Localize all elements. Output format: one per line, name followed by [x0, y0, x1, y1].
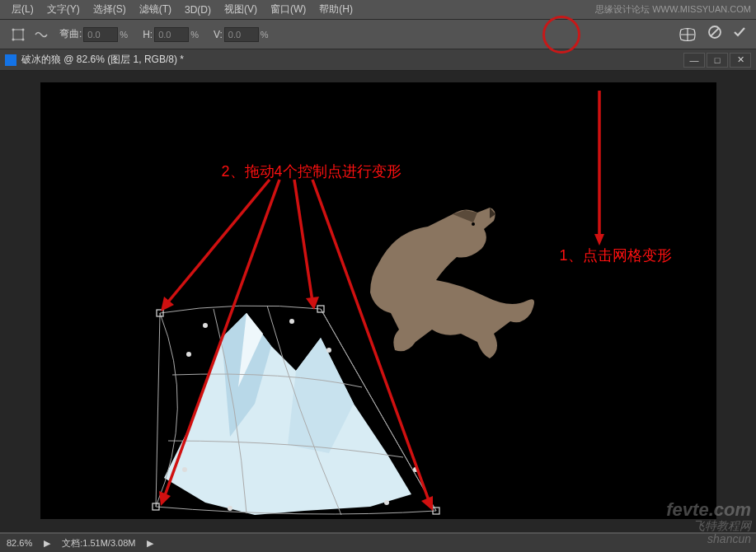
canvas[interactable]: 2、拖动4个控制点进行变形 1、点击网格变形 [40, 82, 716, 519]
svg-marker-29 [306, 297, 319, 310]
h-field[interactable] [154, 27, 189, 42]
svg-rect-0 [13, 30, 23, 40]
cancel-transform-icon[interactable] [705, 25, 725, 44]
options-bar: 弯曲: % H: % V: % [0, 20, 756, 49]
maximize-button[interactable]: □ [707, 53, 728, 68]
bend-pct: % [120, 30, 128, 40]
svg-line-30 [164, 180, 279, 498]
zoom-level[interactable]: 82.6% [7, 538, 32, 548]
h-pct: % [190, 30, 199, 40]
v-field[interactable] [224, 27, 259, 42]
annotation-circle [542, 16, 580, 54]
canvas-area: 2、拖动4个控制点进行变形 1、点击网格变形 [0, 71, 756, 532]
document-tab-bar: 破冰的狼 @ 82.6% (图层 1, RGB/8) * — □ ✕ [0, 49, 756, 71]
chevron-right-icon[interactable]: ▶ [147, 538, 153, 549]
menu-bar: 层(L) 文字(Y) 选择(S) 滤镜(T) 3D(D) 视图(V) 窗口(W)… [0, 0, 756, 20]
minimize-button[interactable]: — [683, 53, 705, 68]
svg-point-2 [22, 28, 25, 30]
annotation-step1: 1、点击网格变形 [560, 246, 672, 265]
svg-line-28 [294, 180, 312, 302]
menu-3d[interactable]: 3D(D) [178, 4, 218, 16]
svg-point-3 [12, 38, 15, 40]
annotation-arrow [40, 82, 716, 519]
doc-size: 文档:1.51M/3.08M [62, 537, 135, 550]
h-label: H: [143, 29, 153, 40]
annotation-step2: 2、拖动4个控制点进行变形 [222, 161, 401, 181]
warp-preset-icon[interactable] [33, 26, 49, 43]
commit-transform-icon[interactable] [730, 25, 749, 44]
svg-point-4 [22, 38, 25, 40]
photoshop-icon [5, 54, 16, 66]
menu-window[interactable]: 窗口(W) [264, 2, 312, 16]
chevron-right-icon[interactable]: ▶ [44, 538, 50, 549]
bend-field[interactable] [83, 27, 118, 42]
svg-point-1 [12, 28, 15, 30]
menu-help[interactable]: 帮助(H) [312, 2, 359, 16]
v-pct: % [261, 30, 269, 40]
close-button[interactable]: ✕ [730, 53, 751, 68]
menu-filter[interactable]: 滤镜(T) [133, 2, 178, 16]
window-controls: — □ ✕ [683, 53, 751, 68]
document-title: 破冰的狼 @ 82.6% (图层 1, RGB/8) * [21, 53, 184, 67]
svg-line-32 [312, 180, 430, 503]
bend-label: 弯曲: [59, 27, 82, 41]
status-bar: 82.6% ▶ 文档:1.51M/3.08M ▶ [0, 534, 756, 552]
menu-view[interactable]: 视图(V) [218, 2, 264, 16]
menu-layer[interactable]: 层(L) [5, 2, 40, 16]
svg-line-26 [166, 180, 270, 305]
svg-line-6 [711, 28, 719, 36]
menu-type[interactable]: 文字(Y) [40, 2, 87, 16]
warp-mesh-button[interactable] [675, 22, 700, 47]
transform-icon[interactable] [10, 26, 26, 43]
v-label: V: [214, 29, 223, 40]
svg-marker-25 [594, 234, 604, 246]
menu-select[interactable]: 选择(S) [87, 2, 133, 16]
branding-text: 思缘设计论坛 WWW.MISSYUAN.COM [595, 3, 751, 16]
